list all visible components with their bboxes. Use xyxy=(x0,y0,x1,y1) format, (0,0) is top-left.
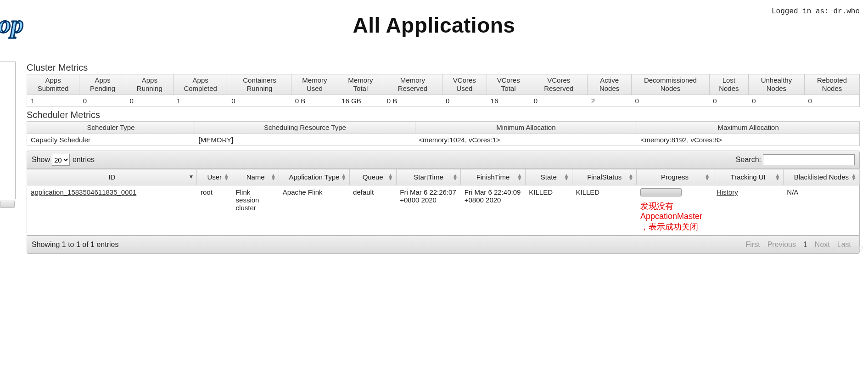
show-label: Show xyxy=(32,156,50,164)
sort-icon: ▲▼ xyxy=(388,174,393,180)
search-label: Search: xyxy=(736,156,761,164)
metrics-cell: 1 xyxy=(27,95,79,107)
entries-select[interactable]: 20 xyxy=(52,154,70,166)
search-input[interactable] xyxy=(763,154,855,165)
metrics-cell: 1 xyxy=(173,95,228,107)
showing-info: Showing 1 to 1 of 1 entries xyxy=(32,241,118,249)
metrics-header: Lost Nodes xyxy=(709,74,748,95)
metrics-header: VCores Total xyxy=(487,74,530,95)
cell-blacklisted: N/A xyxy=(783,185,859,235)
sort-icon: ▲▼ xyxy=(270,174,276,180)
page-title: All Applications xyxy=(92,13,776,38)
sort-icon: ▲▼ xyxy=(564,174,569,180)
metrics-cell: 0 xyxy=(126,95,174,107)
metrics-link[interactable]: 0 xyxy=(808,97,812,105)
metrics-cell: Capacity Scheduler xyxy=(27,134,195,146)
sort-icon: ▼ xyxy=(189,175,194,179)
annotation-text: 发现没有AppcationMaster，表示成功关闭 xyxy=(640,201,709,232)
login-info: Logged in as: dr.who xyxy=(772,7,860,16)
cluster-metrics-table: Apps SubmittedApps PendingApps RunningAp… xyxy=(27,74,860,107)
sort-icon: ▲▼ xyxy=(341,174,347,180)
column-header[interactable]: FinishTime▲▼ xyxy=(461,169,526,185)
cell-app-type: Apache Flink xyxy=(279,185,349,235)
metrics-header: Apps Running xyxy=(126,74,174,95)
metrics-header: Memory Reserved xyxy=(383,74,442,95)
column-header[interactable]: Tracking UI▲▼ xyxy=(713,169,783,185)
metrics-cell: 0 xyxy=(709,95,748,107)
column-header[interactable]: StartTime▲▼ xyxy=(396,169,461,185)
metrics-header: Scheduling Resource Type xyxy=(195,122,415,134)
tracking-ui-link[interactable]: History xyxy=(717,188,738,196)
metrics-link[interactable]: 0 xyxy=(635,97,639,105)
column-header[interactable]: FinalStatus▲▼ xyxy=(572,169,637,185)
metrics-cell: 2 xyxy=(588,95,632,107)
metrics-header: Active Nodes xyxy=(588,74,632,95)
column-header[interactable]: Application Type▲▼ xyxy=(279,169,349,185)
metrics-header: Memory Used xyxy=(291,74,338,95)
cell-state: KILLED xyxy=(525,185,572,235)
table-row: application_1583504611835_0001 root Flin… xyxy=(27,185,860,235)
metrics-cell: 0 xyxy=(632,95,710,107)
metrics-header: Containers Running xyxy=(228,74,291,95)
metrics-cell: 0 xyxy=(228,95,291,107)
scheduler-metrics-table: Scheduler TypeScheduling Resource TypeMi… xyxy=(27,121,860,146)
column-header[interactable]: Blacklisted Nodes▲▼ xyxy=(783,169,859,185)
sort-icon: ▲▼ xyxy=(517,174,522,180)
sort-icon: ▲▼ xyxy=(705,174,710,180)
column-header[interactable]: State▲▼ xyxy=(525,169,572,185)
cluster-metrics-title: Cluster Metrics xyxy=(27,62,860,73)
metrics-header: Apps Submitted xyxy=(27,74,79,95)
metrics-cell: 0 xyxy=(79,95,126,107)
progress-bar xyxy=(640,188,682,196)
metrics-cell: 0 xyxy=(530,95,588,107)
app-id-link[interactable]: application_1583504611835_0001 xyxy=(31,188,136,196)
metrics-link[interactable]: 0 xyxy=(713,97,717,105)
cell-start-time: Fri Mar 6 22:26:07 +0800 2020 xyxy=(396,185,461,235)
column-header[interactable]: ID▼ xyxy=(27,169,197,185)
metrics-cell: 0 xyxy=(748,95,804,107)
metrics-header: Memory Total xyxy=(338,74,383,95)
hadoop-logo: doop xyxy=(0,0,92,50)
metrics-header: Decommissioned Nodes xyxy=(632,74,710,95)
table-footer: Showing 1 to 1 of 1 entries FirstPreviou… xyxy=(27,235,860,254)
svg-text:doop: doop xyxy=(0,10,23,38)
metrics-header: Apps Pending xyxy=(79,74,126,95)
cell-name: Flink session cluster xyxy=(232,185,279,235)
metrics-header: Minimum Allocation xyxy=(415,122,637,134)
metrics-header: Apps Completed xyxy=(173,74,228,95)
metrics-cell: <memory:8192, vCores:8> xyxy=(637,134,860,146)
metrics-header: Scheduler Type xyxy=(27,122,195,134)
cell-final-status: KILLED xyxy=(572,185,637,235)
metrics-link[interactable]: 2 xyxy=(591,97,595,105)
cell-queue: default xyxy=(349,185,396,235)
metrics-link[interactable]: 0 xyxy=(752,97,756,105)
metrics-cell: 0 B xyxy=(383,95,442,107)
scheduler-metrics-title: Scheduler Metrics xyxy=(27,110,860,120)
watermark: https://blog.csdn.net/weixin_39608387 xyxy=(770,246,863,252)
metrics-header: Rebooted Nodes xyxy=(805,74,860,95)
metrics-header: VCores Reserved xyxy=(530,74,588,95)
column-header[interactable]: User▲▼ xyxy=(197,169,232,185)
metrics-cell: [MEMORY] xyxy=(195,134,415,146)
sidebar-stub xyxy=(0,62,16,199)
pager-first[interactable]: First xyxy=(742,240,764,250)
metrics-cell: 0 B xyxy=(291,95,338,107)
column-header[interactable]: Progress▲▼ xyxy=(637,169,713,185)
sort-icon: ▲▼ xyxy=(452,174,458,180)
sort-icon: ▲▼ xyxy=(628,174,634,180)
cell-finish-time: Fri Mar 6 22:40:09 +0800 2020 xyxy=(461,185,526,235)
metrics-cell: 0 xyxy=(805,95,860,107)
table-toolbar: Show 20 entries Search: xyxy=(27,151,860,169)
applications-table: ID▼User▲▼Name▲▼Application Type▲▼Queue▲▼… xyxy=(27,169,860,235)
sort-icon: ▲▼ xyxy=(851,174,857,180)
metrics-header: VCores Used xyxy=(442,74,487,95)
metrics-cell: 16 xyxy=(487,95,530,107)
cell-user: root xyxy=(197,185,232,235)
column-header[interactable]: Queue▲▼ xyxy=(349,169,396,185)
metrics-cell: <memory:1024, vCores:1> xyxy=(415,134,637,146)
column-header[interactable]: Name▲▼ xyxy=(232,169,279,185)
metrics-cell: 16 GB xyxy=(338,95,383,107)
sort-icon: ▲▼ xyxy=(775,174,780,180)
entries-label: entries xyxy=(73,156,95,164)
sort-icon: ▲▼ xyxy=(224,174,229,180)
